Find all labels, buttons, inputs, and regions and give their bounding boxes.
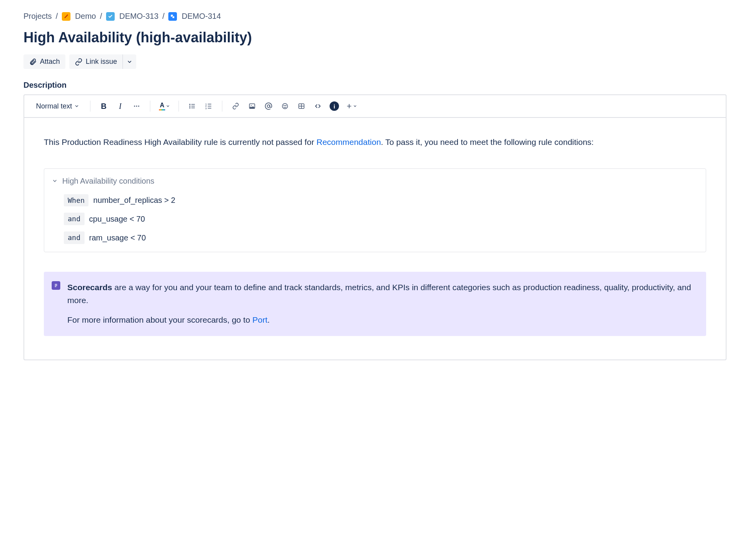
svg-point-3 [134,106,135,107]
conditions-title: High Availability conditions [62,175,154,187]
info-panel-button[interactable]: i [327,99,341,113]
svg-rect-7 [191,104,195,105]
toolbar-divider [222,101,222,112]
svg-rect-11 [191,108,195,108]
svg-rect-13 [208,104,211,105]
insert-link-button[interactable] [229,99,243,113]
description-text: . To pass it, you need to meet the follo… [381,137,594,146]
port-link[interactable]: Port [252,315,268,324]
link-issue-label: Link issue [86,58,117,66]
condition-keyword: When [64,194,88,207]
chevron-down-icon [353,104,357,108]
description-editor: Normal text B I A 123 [23,94,727,360]
condition-row: When number_of_replicas > 2 [52,194,698,207]
mention-icon [265,102,272,110]
panel-paragraph: For more information about your scorecar… [67,314,697,327]
svg-point-4 [136,106,137,107]
attach-button[interactable]: Attach [23,54,65,69]
panel-text: For more information about your scorecar… [67,315,252,324]
link-issue-button[interactable]: Link issue [69,54,123,69]
svg-rect-0 [67,14,68,15]
text-style-label: Normal text [36,102,72,110]
bold-button[interactable]: B [97,99,111,113]
link-issue-dropdown[interactable] [123,54,136,69]
toolbar-divider [90,101,90,112]
breadcrumb-current-issue[interactable]: DEMO-314 [168,12,221,21]
svg-point-10 [189,107,191,108]
svg-point-8 [189,106,191,107]
svg-rect-15 [208,106,211,107]
task-icon [106,12,115,21]
breadcrumb-parent-issue[interactable]: DEMO-313 [106,12,159,21]
panel-paragraph: Scorecards are a way for you and your te… [67,281,697,307]
chevron-down-icon [52,178,58,184]
svg-rect-17 [208,108,211,109]
toolbar-divider [150,101,150,112]
conditions-expand: High Availability conditions When number… [44,168,706,253]
chevron-down-icon [74,104,79,108]
svg-point-21 [282,103,288,109]
svg-point-6 [189,104,191,105]
svg-point-5 [138,106,139,107]
panel-text: . [267,315,270,324]
svg-rect-29 [55,284,57,285]
more-formatting-button[interactable] [130,99,144,113]
description-paragraph: This Production Readiness High Availabil… [44,136,706,149]
text-color-icon: A [159,102,165,110]
chevron-down-icon [127,59,132,65]
mention-button[interactable] [261,99,276,113]
link-icon [75,58,83,66]
toolbar-divider [178,101,179,112]
issue-title: High Availability (high-availability) [23,29,727,46]
breadcrumb-parent-label: DEMO-313 [119,12,159,21]
svg-point-23 [286,105,287,106]
bullet-list-button[interactable] [185,99,199,113]
italic-button[interactable]: I [113,99,127,113]
text-style-dropdown[interactable]: Normal text [31,99,84,113]
recommendation-link[interactable]: Recommendation [316,137,381,146]
breadcrumb-projects[interactable]: Projects [23,12,52,21]
code-button[interactable] [311,99,325,113]
numbered-list-button[interactable]: 123 [202,99,216,113]
emoji-button[interactable] [278,99,292,113]
breadcrumb-project[interactable]: Demo [62,12,96,21]
insert-more-button[interactable] [344,99,359,113]
subtask-icon [168,12,177,21]
svg-rect-2 [173,16,175,18]
insert-image-button[interactable] [245,99,259,113]
editor-toolbar: Normal text B I A 123 [24,95,726,118]
svg-rect-31 [55,286,56,287]
condition-keyword: and [64,213,85,225]
svg-point-20 [267,105,270,108]
plus-icon [346,103,352,109]
text-color-button[interactable]: A [157,99,172,113]
table-icon [298,103,305,110]
image-icon [249,103,256,110]
emoji-icon [281,103,288,110]
project-icon [62,12,70,21]
info-icon: i [330,101,339,111]
link-icon [232,103,239,110]
table-button[interactable] [294,99,308,113]
breadcrumb-current-label: DEMO-314 [182,12,221,21]
code-icon [314,103,321,110]
svg-point-19 [251,105,252,106]
panel-strong: Scorecards [67,283,112,292]
condition-expression: cpu_usage < 70 [89,213,145,225]
svg-text:3: 3 [206,107,207,110]
condition-expression: ram_usage < 70 [89,232,146,244]
panel-text: are a way for you and your team to defin… [67,283,691,305]
note-icon [52,281,60,290]
chevron-down-icon [166,104,170,108]
editor-content[interactable]: This Production Readiness High Availabil… [24,118,726,359]
attach-label: Attach [40,58,60,66]
condition-row: and cpu_usage < 70 [52,213,698,225]
attachment-icon [29,58,37,66]
more-icon [133,103,140,110]
description-text: This Production Readiness High Availabil… [44,137,316,146]
conditions-header[interactable]: High Availability conditions [52,175,698,187]
condition-keyword: and [64,231,85,244]
svg-rect-9 [191,106,195,107]
bullet-list-icon [189,103,196,110]
breadcrumb-separator: / [162,12,165,21]
